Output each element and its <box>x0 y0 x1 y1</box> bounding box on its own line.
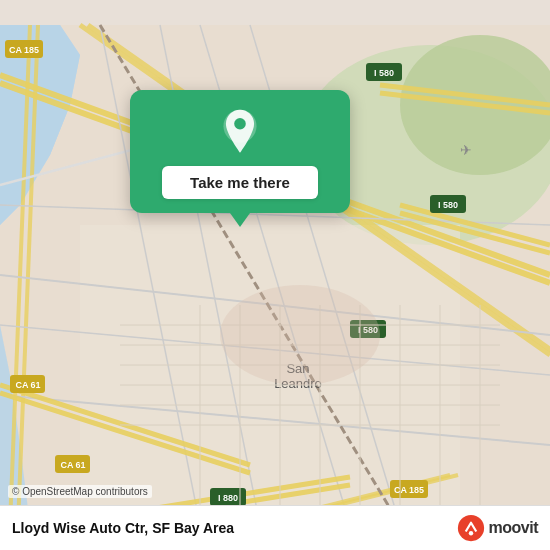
moovit-brand-icon <box>457 514 485 542</box>
location-pin-icon <box>216 108 264 156</box>
svg-text:✈: ✈ <box>460 142 472 158</box>
svg-text:I 880: I 880 <box>218 493 238 503</box>
map-background: I 580 I 580 I 580 I 880 CA 185 CA 61 CA … <box>0 0 550 550</box>
svg-text:CA 185: CA 185 <box>9 45 39 55</box>
svg-text:I 580: I 580 <box>374 68 394 78</box>
moovit-brand-text: moovit <box>489 519 538 537</box>
take-me-there-button[interactable]: Take me there <box>162 166 318 199</box>
svg-point-68 <box>457 515 483 541</box>
svg-point-69 <box>468 531 472 535</box>
svg-text:CA 61: CA 61 <box>60 460 85 470</box>
svg-text:CA 185: CA 185 <box>394 485 424 495</box>
map-copyright: © OpenStreetMap contributors <box>8 485 152 498</box>
svg-text:I 580: I 580 <box>438 200 458 210</box>
svg-point-67 <box>234 118 246 130</box>
moovit-logo: moovit <box>457 514 538 542</box>
location-name: Lloyd Wise Auto Ctr, SF Bay Area <box>12 520 234 536</box>
svg-point-65 <box>220 285 380 385</box>
bottom-bar: Lloyd Wise Auto Ctr, SF Bay Area moovit <box>0 505 550 550</box>
bottom-left: Lloyd Wise Auto Ctr, SF Bay Area <box>12 520 234 536</box>
svg-text:CA 61: CA 61 <box>15 380 40 390</box>
popup-card: Take me there <box>130 90 350 213</box>
map-container: I 580 I 580 I 580 I 880 CA 185 CA 61 CA … <box>0 0 550 550</box>
